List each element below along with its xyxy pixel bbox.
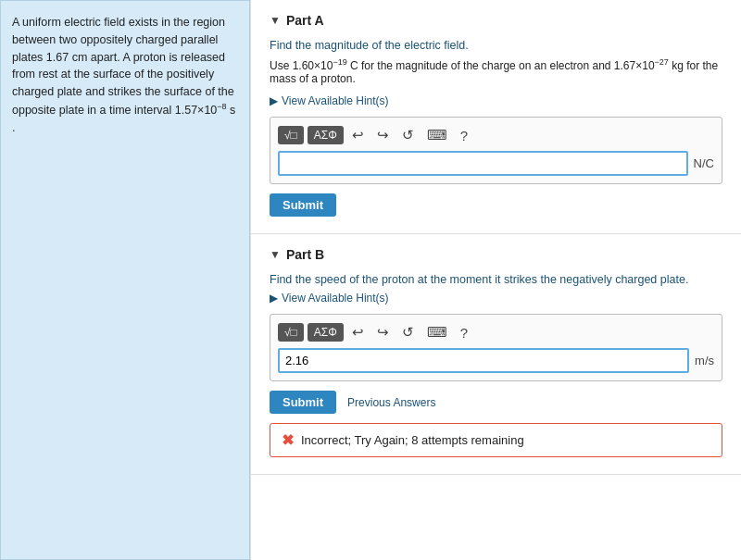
part-a-submit-row: Submit <box>270 193 722 217</box>
error-icon: ✖ <box>282 431 294 449</box>
part-b-instruction: Find the speed of the proton at the mome… <box>270 273 722 286</box>
part-a-hint-label: View Available Hint(s) <box>282 94 389 107</box>
part-a-exp2: −27 <box>655 57 669 67</box>
part-b-submit-row: Submit Previous Answers <box>270 391 722 414</box>
part-a-help-btn[interactable]: ? <box>456 126 472 145</box>
part-b-answer-box: √□ AΣΦ ↩ ↪ ↺ ⌨ ? m/s <box>270 314 722 381</box>
part-b-keyboard-btn[interactable]: ⌨ <box>422 322 452 342</box>
part-b-toolbar: √□ AΣΦ ↩ ↪ ↺ ⌨ ? <box>278 322 714 342</box>
part-b-submit-btn[interactable]: Submit <box>270 391 336 414</box>
part-a-answer-box: √□ AΣΦ ↩ ↪ ↺ ⌨ ? N/C <box>270 117 722 184</box>
part-a-toolbar: √□ AΣΦ ↩ ↪ ↺ ⌨ ? <box>278 125 714 145</box>
part-a-submit-btn[interactable]: Submit <box>270 193 336 217</box>
part-b-sqrt-icon: √□ <box>284 326 297 339</box>
part-b-sigma-icon: AΣΦ <box>314 326 337 339</box>
part-b-prev-answers-link[interactable]: Previous Answers <box>347 396 435 409</box>
part-b-hint-label: View Available Hint(s) <box>282 292 389 305</box>
part-b-error-box: ✖ Incorrect; Try Again; 8 attempts remai… <box>270 423 722 457</box>
part-a-hint-link[interactable]: ▶ View Available Hint(s) <box>270 94 722 107</box>
part-a-sqrt-btn[interactable]: √□ <box>278 126 304 144</box>
part-a-section: ▼ Part A Find the magnitude of the elect… <box>251 0 741 234</box>
part-b-collapse-arrow[interactable]: ▼ <box>270 248 281 261</box>
part-a-reset-btn[interactable]: ↺ <box>397 125 419 145</box>
part-a-redo-btn[interactable]: ↪ <box>372 125 394 145</box>
part-a-instruction: Find the magnitude of the electric field… <box>270 39 722 52</box>
part-a-note: Use 1.60×10−19 C for the magnitude of th… <box>270 57 722 85</box>
main-content: ▼ Part A Find the magnitude of the elect… <box>250 0 741 560</box>
part-a-input-row: N/C <box>278 151 714 176</box>
part-b-reset-btn[interactable]: ↺ <box>397 322 419 342</box>
error-message: Incorrect; Try Again; 8 attempts remaini… <box>301 433 524 447</box>
part-b-sqrt-btn[interactable]: √□ <box>278 323 304 342</box>
part-a-hint-arrow: ▶ <box>270 94 278 107</box>
part-b-help-btn[interactable]: ? <box>456 323 472 342</box>
part-b-unit: m/s <box>695 354 714 367</box>
part-a-keyboard-btn[interactable]: ⌨ <box>422 125 452 145</box>
part-a-sqrt-icon: √□ <box>284 129 297 142</box>
part-a-header: ▼ Part A <box>270 13 722 28</box>
part-a-exp1: −19 <box>333 57 346 67</box>
part-b-sigma-btn[interactable]: AΣΦ <box>308 323 344 342</box>
part-b-redo-btn[interactable]: ↪ <box>372 322 394 342</box>
part-b-label: Part B <box>286 247 324 262</box>
part-b-hint-arrow: ▶ <box>270 292 278 305</box>
part-a-sigma-icon: AΣΦ <box>314 129 337 142</box>
sidebar-exponent: −8 <box>217 102 226 111</box>
part-b-header: ▼ Part B <box>270 247 722 262</box>
part-b-undo-btn[interactable]: ↩ <box>347 322 369 342</box>
problem-text: A uniform electric field exists in the r… <box>12 16 235 134</box>
part-b-hint-link[interactable]: ▶ View Available Hint(s) <box>270 292 722 305</box>
problem-description: A uniform electric field exists in the r… <box>0 0 250 560</box>
part-a-undo-btn[interactable]: ↩ <box>347 125 369 145</box>
part-a-collapse-arrow[interactable]: ▼ <box>270 14 281 27</box>
part-a-input[interactable] <box>278 151 688 176</box>
part-a-sigma-btn[interactable]: AΣΦ <box>308 126 344 144</box>
part-b-section: ▼ Part B Find the speed of the proton at… <box>251 234 741 475</box>
part-a-label: Part A <box>286 13 324 28</box>
part-b-input-row: m/s <box>278 348 714 373</box>
part-b-input[interactable] <box>278 348 689 373</box>
part-a-unit: N/C <box>694 156 714 170</box>
